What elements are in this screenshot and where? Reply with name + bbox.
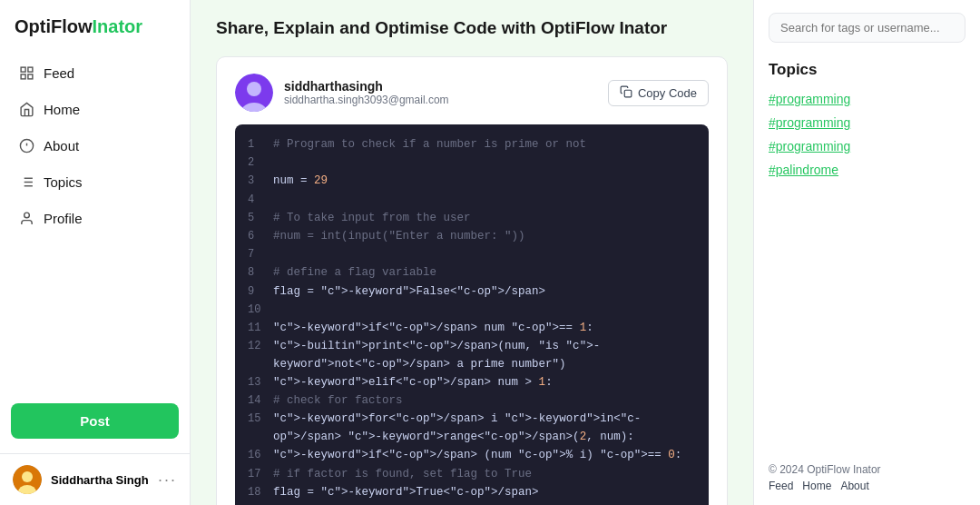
sidebar-item-home-label: Home — [44, 102, 80, 117]
svg-point-18 — [247, 82, 261, 96]
sidebar-item-profile-label: Profile — [44, 211, 83, 226]
logo-suffix: Inator — [93, 16, 143, 37]
line-number: 10 — [248, 301, 273, 319]
sidebar-item-feed-label: Feed — [44, 65, 74, 81]
footer-link-about[interactable]: About — [840, 480, 868, 492]
avatar — [13, 465, 42, 494]
line-number: 9 — [248, 282, 273, 301]
right-footer: © 2024 OptiFlow Inator FeedHomeAbout — [769, 449, 965, 492]
post-avatar — [235, 74, 273, 112]
right-sidebar: Topics #programming#programming#programm… — [753, 0, 980, 505]
sidebar-user: Siddhartha Singh ··· — [0, 453, 190, 505]
line-code — [273, 301, 696, 319]
copy-icon — [620, 85, 632, 101]
line-number: 17 — [248, 465, 273, 483]
page-title: Share, Explain and Optimise Code with Op… — [216, 18, 728, 38]
app-logo: OptiFlow Inator — [0, 0, 190, 52]
topic-tag[interactable]: #programming — [769, 139, 965, 153]
line-code — [273, 153, 696, 172]
line-number: 12 — [248, 337, 273, 355]
svg-rect-0 — [21, 67, 25, 72]
line-code: # if factor is found, set flag to True — [273, 465, 696, 483]
copy-code-label: Copy Code — [638, 86, 697, 100]
topic-tag[interactable]: #palindrome — [769, 163, 965, 177]
line-number: 11 — [248, 319, 273, 337]
svg-rect-3 — [27, 74, 32, 78]
line-code — [273, 191, 696, 209]
line-code: num = 29 — [273, 172, 696, 190]
home-icon — [18, 101, 34, 117]
sidebar-username: Siddhartha Singh — [51, 473, 149, 487]
copy-code-button[interactable]: Copy Code — [608, 80, 709, 106]
line-number: 3 — [248, 172, 273, 190]
sidebar-item-feed[interactable]: Feed — [7, 55, 182, 90]
footer-link-home[interactable]: Home — [802, 480, 831, 492]
topics-icon — [18, 173, 34, 190]
post-card: siddharthasingh siddhartha.singh3093@gma… — [216, 56, 728, 505]
code-line: 11"c">-keyword">if<"c-op">/span> num "c-… — [235, 319, 709, 337]
code-line: 16 "c">-keyword">if<"c-op">/span> (num "… — [235, 446, 709, 464]
svg-point-15 — [22, 471, 33, 482]
line-number: 5 — [248, 209, 273, 227]
code-line: 18 flag = "c">-keyword">True<"c-op">/spa… — [235, 483, 709, 501]
line-code: flag = "c">-keyword">True<"c-op">/span> — [273, 483, 696, 501]
line-number: 19 — [248, 501, 273, 505]
sidebar-item-about-label: About — [44, 138, 79, 153]
sidebar-item-home[interactable]: Home — [7, 92, 182, 126]
line-number: 13 — [248, 373, 273, 391]
topic-tag[interactable]: #programming — [769, 92, 965, 106]
line-number: 6 — [248, 227, 273, 245]
search-input[interactable] — [769, 13, 965, 43]
line-number: 15 — [248, 410, 273, 428]
topics-list: #programming#programming#programming#pal… — [769, 92, 965, 186]
line-code: "c">-keyword">elif<"c-op">/span> num > 1… — [273, 373, 696, 391]
feed-icon — [18, 64, 34, 81]
nav-list: Feed Home About Topics Profile — [0, 52, 190, 396]
line-number: 8 — [248, 263, 273, 282]
line-number: 7 — [248, 245, 273, 263]
line-number: 2 — [248, 153, 273, 172]
code-line: 10 — [235, 301, 709, 319]
svg-rect-2 — [21, 74, 25, 78]
about-icon — [18, 137, 34, 153]
code-line: 9flag = "c">-keyword">False<"c-op">/span… — [235, 282, 709, 301]
code-line: 7 — [235, 245, 709, 263]
line-code: "c">-keyword">if<"c-op">/span> (num "c-o… — [273, 446, 696, 464]
footer-links: FeedHomeAbout — [769, 480, 965, 492]
topics-title: Topics — [769, 61, 965, 79]
footer-link-feed[interactable]: Feed — [769, 480, 793, 492]
svg-point-13 — [24, 213, 29, 218]
line-code: flag = "c">-keyword">False<"c-op">/span> — [273, 282, 696, 301]
line-code: # To take input from the user — [273, 209, 696, 227]
footer-copyright: © 2024 OptiFlow Inator — [769, 463, 965, 476]
sidebar-item-about[interactable]: About — [7, 128, 182, 163]
sidebar-item-topics[interactable]: Topics — [7, 164, 182, 199]
post-email: siddhartha.singh3093@gmail.com — [284, 94, 449, 106]
post-user-row: siddharthasingh siddhartha.singh3093@gma… — [235, 74, 709, 112]
code-line: 2 — [235, 153, 709, 172]
code-line: 14 # check for factors — [235, 391, 709, 410]
sidebar: OptiFlow Inator Feed Home About Topic — [0, 0, 191, 505]
topic-tag[interactable]: #programming — [769, 115, 965, 130]
main-content: Share, Explain and Optimise Code with Op… — [191, 0, 753, 505]
code-block: 1# Program to check if a number is prime… — [235, 124, 709, 505]
sidebar-item-profile[interactable]: Profile — [7, 201, 182, 235]
line-code: "c">-keyword">for<"c-op">/span> i "c">-k… — [273, 410, 696, 446]
line-code: # break out of loop — [273, 501, 696, 505]
sidebar-user-menu-dots[interactable]: ··· — [158, 470, 177, 490]
line-number: 16 — [248, 446, 273, 464]
post-button-wrapper: Post — [0, 396, 190, 453]
post-button[interactable]: Post — [11, 403, 179, 439]
line-code: # check for factors — [273, 391, 696, 410]
profile-icon — [18, 210, 34, 226]
line-code: #num = int(input("Enter a number: ")) — [273, 227, 696, 245]
code-line: 8# define a flag variable — [235, 263, 709, 282]
line-number: 18 — [248, 483, 273, 501]
line-number: 14 — [248, 391, 273, 410]
line-code: "c">-builtin">print<"c-op">/span>(num, "… — [273, 337, 696, 373]
sidebar-item-topics-label: Topics — [44, 174, 83, 190]
post-user-info: siddharthasingh siddhartha.singh3093@gma… — [284, 79, 449, 106]
code-line: 3num = 29 — [235, 172, 709, 190]
code-line: 13"c">-keyword">elif<"c-op">/span> num >… — [235, 373, 709, 391]
line-code: "c">-keyword">if<"c-op">/span> num "c-op… — [273, 319, 696, 337]
